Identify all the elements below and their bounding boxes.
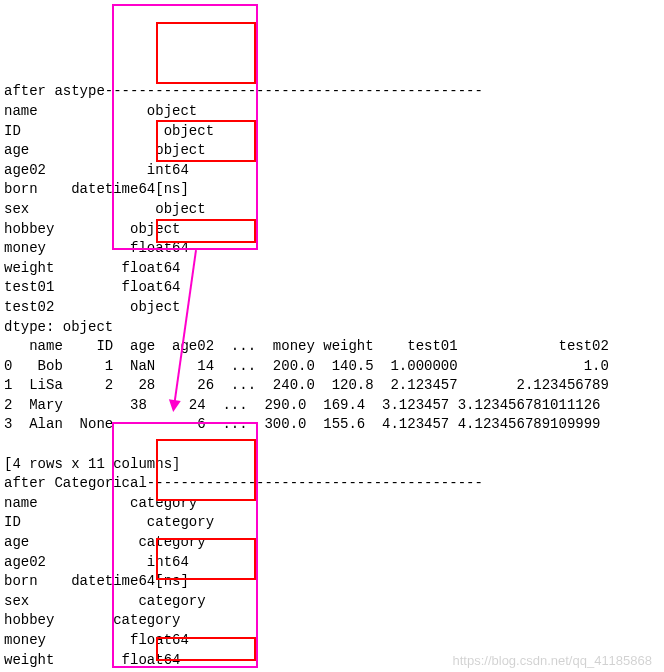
red-box-top-1 — [156, 22, 256, 84]
console-output: after astype----------------------------… — [4, 82, 664, 672]
